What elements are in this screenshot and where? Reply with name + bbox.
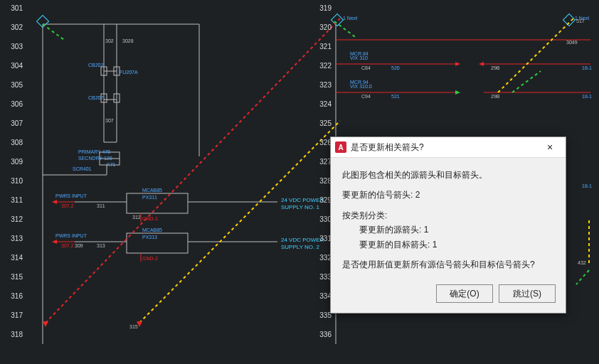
row-label: 304: [6, 62, 23, 70]
label-29b2: 29B: [491, 94, 500, 99]
label-520: 520: [391, 65, 400, 70]
dialog-title: 是否更新相关箭头?: [351, 141, 537, 154]
label-pwr-input-2s: 307.2: [61, 243, 74, 248]
label-mcab85-a: MCAB85: [142, 188, 162, 193]
row-label: 333: [314, 273, 332, 281]
update-arrows-dialog: A 是否更新相关箭头? × 此图形包含相关的源箭头和目标箭头。 要更新的信号箭头…: [330, 136, 566, 314]
row-label: 303: [6, 43, 23, 50]
row-label: 301: [6, 4, 23, 12]
svg-marker-19: [52, 200, 57, 204]
row-label: 325: [314, 119, 332, 127]
svg-rect-8: [332, 14, 344, 26]
label-gnd2: GND-2: [142, 256, 158, 261]
label-pwr-input-1: PWRS INPUT: [55, 193, 88, 198]
dialog-titlebar[interactable]: A 是否更新相关箭头? ×: [331, 137, 566, 158]
row-label: 316: [6, 292, 23, 300]
label-pwr-input-2: PWRS INPUT: [55, 233, 88, 238]
row-label: 335: [314, 311, 332, 319]
row-label: 318: [6, 331, 23, 338]
svg-marker-23: [479, 62, 484, 66]
label-power-1b: SUPPLY NO. 1: [281, 204, 320, 210]
label-fu207a: FU207A: [120, 70, 138, 75]
row-label: 329: [314, 196, 332, 204]
label-pwr-input-1s: 307.2: [61, 203, 74, 208]
svg-line-15: [43, 24, 64, 40]
label-primary: PRIMARY 470: [78, 149, 110, 154]
dialog-sub2: 要更新的目标箭头: 1: [342, 237, 554, 252]
label-309: 309: [75, 243, 83, 248]
label-gnd1: GND-1: [142, 216, 158, 221]
label-mcab85-b: MCAB85: [142, 228, 162, 232]
label-312: 312: [132, 215, 141, 220]
svg-rect-9: [563, 14, 576, 26]
label-302: 302: [105, 38, 114, 43]
dialog-line4: 是否使用新值更新所有源信号箭头和目标信号箭头?: [342, 257, 554, 272]
row-label: 322: [314, 62, 332, 70]
svg-marker-24: [43, 321, 48, 327]
row-label: 336: [314, 331, 332, 338]
svg-line-18: [576, 270, 589, 284]
label-517: 517: [576, 18, 585, 23]
row-label: 315: [6, 273, 23, 281]
svg-marker-20: [52, 240, 57, 244]
label-px311: PX311: [142, 195, 157, 200]
row-label: 334: [314, 292, 332, 300]
label-29b: 29B: [491, 65, 500, 70]
row-label: 309: [6, 158, 23, 166]
label-313: 313: [97, 243, 105, 248]
row-label: 332: [314, 254, 332, 262]
row-label: 319: [314, 4, 332, 12]
row-label: 314: [6, 254, 23, 262]
svg-line-14: [512, 71, 541, 92]
label-cb202: CB202: [88, 63, 104, 68]
label-secondary: SECNDRY 120: [78, 156, 112, 161]
row-label: 310: [6, 177, 23, 185]
row-label: 323: [314, 81, 332, 89]
row-label: 312: [6, 215, 23, 223]
dialog-line1: 此图形包含相关的源箭头和目标箭头。: [342, 168, 554, 182]
app-icon: A: [335, 141, 346, 153]
label-307: 307: [105, 118, 114, 123]
label-c84: C84: [361, 65, 371, 70]
skip-button[interactable]: 跳过(S): [499, 284, 556, 303]
row-label: 321: [314, 43, 332, 50]
dialog-body: 此图形包含相关的源箭头和目标箭头。 要更新的信号箭头: 2 按类别分类: 要更新…: [331, 158, 566, 279]
row-label: 302: [6, 23, 23, 31]
label-c94: C94: [361, 94, 371, 99]
row-label: 320: [314, 23, 332, 31]
label-311: 311: [97, 203, 105, 208]
label-scr401: SCR401: [73, 166, 92, 171]
label-cb207: CB207: [88, 95, 104, 100]
row-label: 305: [6, 81, 23, 89]
row-label: 306: [6, 100, 23, 108]
row-label: 317: [6, 311, 23, 319]
row-label: 331: [314, 235, 332, 242]
label-bn1: 18-1: [582, 65, 592, 70]
svg-marker-22: [455, 90, 460, 95]
dialog-line3: 按类别分类:: [342, 208, 554, 223]
row-label: 326: [314, 139, 332, 146]
close-icon[interactable]: ×: [537, 139, 563, 156]
svg-line-16: [334, 21, 357, 38]
label-px313: PX313: [142, 235, 157, 240]
ok-button[interactable]: 确定(O): [436, 284, 493, 303]
svg-line-13: [498, 18, 573, 92]
row-label: 313: [6, 235, 23, 242]
svg-marker-21: [455, 62, 460, 66]
label-315: 315: [129, 324, 138, 329]
label-521: 521: [391, 94, 400, 99]
label-3028: 3028: [122, 38, 134, 43]
row-label: 328: [314, 177, 332, 185]
dialog-line2: 要更新的信号箭头: 2: [342, 188, 554, 202]
label-bn3: 18-1: [582, 183, 592, 188]
row-label: 327: [314, 158, 332, 166]
label-bn2: 18-1: [582, 94, 592, 99]
label-vix: VIX 310: [350, 55, 368, 60]
label-power-2b: SUPPLY NO. 2: [281, 244, 320, 250]
label-3049: 3049: [566, 40, 578, 45]
dialog-sub1: 要更新的源箭头: 1: [342, 223, 554, 237]
label-vix2: VIX 310.0: [350, 84, 372, 89]
row-label: 307: [6, 119, 23, 127]
label-k71: K71: [107, 162, 116, 167]
row-label: 324: [314, 100, 332, 108]
